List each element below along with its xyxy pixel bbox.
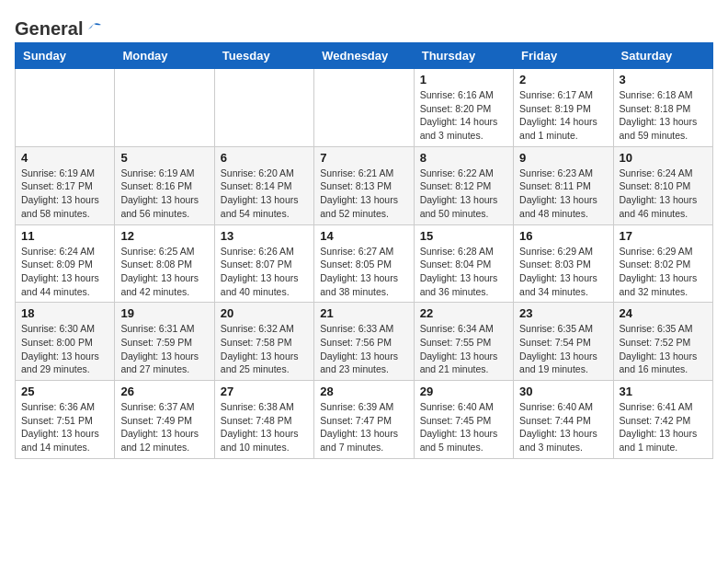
day-number: 25 xyxy=(21,385,108,398)
calendar-cell: 12Sunrise: 6:25 AM Sunset: 8:08 PM Dayli… xyxy=(115,224,214,303)
day-info: Sunrise: 6:24 AM Sunset: 8:10 PM Dayligh… xyxy=(620,167,707,221)
logo: General xyxy=(15,18,103,37)
day-number: 20 xyxy=(221,306,308,320)
day-info: Sunrise: 6:18 AM Sunset: 8:18 PM Dayligh… xyxy=(620,88,707,143)
calendar-cell: 24Sunrise: 6:35 AM Sunset: 7:52 PM Dayli… xyxy=(613,303,712,381)
day-info: Sunrise: 6:31 AM Sunset: 7:59 PM Dayligh… xyxy=(120,322,208,376)
calendar-cell: 10Sunrise: 6:24 AM Sunset: 8:10 PM Dayli… xyxy=(613,146,712,224)
day-info: Sunrise: 6:29 AM Sunset: 8:02 PM Dayligh… xyxy=(620,245,707,299)
day-header-wednesday: Wednesday xyxy=(314,43,414,69)
day-header-tuesday: Tuesday xyxy=(214,43,313,69)
calendar-cell: 20Sunrise: 6:32 AM Sunset: 7:58 PM Dayli… xyxy=(214,303,313,381)
day-number: 29 xyxy=(420,385,507,398)
day-header-thursday: Thursday xyxy=(414,43,513,69)
calendar-cell: 16Sunrise: 6:29 AM Sunset: 8:03 PM Dayli… xyxy=(514,224,613,303)
day-info: Sunrise: 6:40 AM Sunset: 7:44 PM Dayligh… xyxy=(519,400,607,454)
calendar-cell: 25Sunrise: 6:36 AM Sunset: 7:51 PM Dayli… xyxy=(16,381,115,459)
day-info: Sunrise: 6:19 AM Sunset: 8:16 PM Dayligh… xyxy=(120,167,208,221)
calendar-cell: 17Sunrise: 6:29 AM Sunset: 8:02 PM Dayli… xyxy=(613,224,712,303)
day-number: 9 xyxy=(519,151,607,165)
day-header-saturday: Saturday xyxy=(613,43,712,69)
header-section: General xyxy=(15,15,713,37)
calendar-cell: 6Sunrise: 6:20 AM Sunset: 8:14 PM Daylig… xyxy=(214,146,313,224)
calendar-cell: 27Sunrise: 6:38 AM Sunset: 7:48 PM Dayli… xyxy=(214,381,313,459)
day-number: 14 xyxy=(320,229,407,243)
day-number: 6 xyxy=(221,151,308,165)
day-header-sunday: Sunday xyxy=(16,43,115,69)
calendar-cell xyxy=(16,69,115,147)
day-header-monday: Monday xyxy=(115,43,214,69)
day-number: 10 xyxy=(620,151,707,165)
day-info: Sunrise: 6:38 AM Sunset: 7:48 PM Dayligh… xyxy=(221,400,308,454)
calendar-cell: 1Sunrise: 6:16 AM Sunset: 8:20 PM Daylig… xyxy=(414,69,513,147)
day-number: 23 xyxy=(519,306,607,320)
day-number: 13 xyxy=(221,229,308,243)
day-info: Sunrise: 6:21 AM Sunset: 8:13 PM Dayligh… xyxy=(320,167,407,221)
day-number: 24 xyxy=(620,306,707,320)
calendar-cell: 2Sunrise: 6:17 AM Sunset: 8:19 PM Daylig… xyxy=(514,69,613,147)
logo-general: General xyxy=(15,18,83,40)
day-info: Sunrise: 6:39 AM Sunset: 7:47 PM Dayligh… xyxy=(320,400,407,454)
calendar-cell: 28Sunrise: 6:39 AM Sunset: 7:47 PM Dayli… xyxy=(314,381,414,459)
day-number: 28 xyxy=(320,385,407,398)
calendar-cell xyxy=(115,69,214,147)
calendar-cell: 9Sunrise: 6:23 AM Sunset: 8:11 PM Daylig… xyxy=(514,146,613,224)
day-info: Sunrise: 6:40 AM Sunset: 7:45 PM Dayligh… xyxy=(420,400,507,454)
day-number: 7 xyxy=(320,151,407,165)
day-info: Sunrise: 6:37 AM Sunset: 7:49 PM Dayligh… xyxy=(120,400,208,454)
calendar-cell: 8Sunrise: 6:22 AM Sunset: 8:12 PM Daylig… xyxy=(414,146,513,224)
day-info: Sunrise: 6:20 AM Sunset: 8:14 PM Dayligh… xyxy=(221,167,308,221)
calendar-week-5: 25Sunrise: 6:36 AM Sunset: 7:51 PM Dayli… xyxy=(16,381,713,459)
day-info: Sunrise: 6:17 AM Sunset: 8:19 PM Dayligh… xyxy=(519,88,607,143)
day-info: Sunrise: 6:24 AM Sunset: 8:09 PM Dayligh… xyxy=(21,245,108,299)
day-header-friday: Friday xyxy=(514,43,613,69)
day-number: 8 xyxy=(420,151,507,165)
calendar-cell: 18Sunrise: 6:30 AM Sunset: 8:00 PM Dayli… xyxy=(16,303,115,381)
calendar-cell: 31Sunrise: 6:41 AM Sunset: 7:42 PM Dayli… xyxy=(613,381,712,459)
calendar-cell: 26Sunrise: 6:37 AM Sunset: 7:49 PM Dayli… xyxy=(115,381,214,459)
day-number: 26 xyxy=(120,385,208,398)
calendar-cell: 3Sunrise: 6:18 AM Sunset: 8:18 PM Daylig… xyxy=(613,69,712,147)
day-number: 4 xyxy=(21,151,108,165)
logo-bird-icon xyxy=(85,22,103,37)
day-info: Sunrise: 6:30 AM Sunset: 8:00 PM Dayligh… xyxy=(21,322,108,376)
calendar-cell: 29Sunrise: 6:40 AM Sunset: 7:45 PM Dayli… xyxy=(414,381,513,459)
day-info: Sunrise: 6:35 AM Sunset: 7:52 PM Dayligh… xyxy=(620,322,707,376)
calendar-cell: 13Sunrise: 6:26 AM Sunset: 8:07 PM Dayli… xyxy=(214,224,313,303)
day-number: 12 xyxy=(120,229,208,243)
calendar-cell: 11Sunrise: 6:24 AM Sunset: 8:09 PM Dayli… xyxy=(16,224,115,303)
calendar-header-row: SundayMondayTuesdayWednesdayThursdayFrid… xyxy=(16,43,713,69)
day-number: 27 xyxy=(221,385,308,398)
day-info: Sunrise: 6:33 AM Sunset: 7:56 PM Dayligh… xyxy=(320,322,407,376)
day-info: Sunrise: 6:25 AM Sunset: 8:08 PM Dayligh… xyxy=(120,245,208,299)
calendar-cell: 21Sunrise: 6:33 AM Sunset: 7:56 PM Dayli… xyxy=(314,303,414,381)
day-info: Sunrise: 6:34 AM Sunset: 7:55 PM Dayligh… xyxy=(420,322,507,376)
calendar-cell: 23Sunrise: 6:35 AM Sunset: 7:54 PM Dayli… xyxy=(514,303,613,381)
day-number: 16 xyxy=(519,229,607,243)
calendar-week-1: 1Sunrise: 6:16 AM Sunset: 8:20 PM Daylig… xyxy=(16,69,713,147)
day-info: Sunrise: 6:36 AM Sunset: 7:51 PM Dayligh… xyxy=(21,400,108,454)
day-number: 11 xyxy=(21,229,108,243)
calendar-week-2: 4Sunrise: 6:19 AM Sunset: 8:17 PM Daylig… xyxy=(16,146,713,224)
day-number: 31 xyxy=(620,385,707,398)
calendar-cell: 15Sunrise: 6:28 AM Sunset: 8:04 PM Dayli… xyxy=(414,224,513,303)
day-number: 5 xyxy=(120,151,208,165)
day-info: Sunrise: 6:19 AM Sunset: 8:17 PM Dayligh… xyxy=(21,167,108,221)
day-number: 30 xyxy=(519,385,607,398)
day-number: 1 xyxy=(420,73,507,86)
day-number: 21 xyxy=(320,306,407,320)
day-info: Sunrise: 6:23 AM Sunset: 8:11 PM Dayligh… xyxy=(519,167,607,221)
day-info: Sunrise: 6:16 AM Sunset: 8:20 PM Dayligh… xyxy=(420,88,507,143)
day-number: 2 xyxy=(519,73,607,86)
calendar-week-4: 18Sunrise: 6:30 AM Sunset: 8:00 PM Dayli… xyxy=(16,303,713,381)
calendar-cell: 7Sunrise: 6:21 AM Sunset: 8:13 PM Daylig… xyxy=(314,146,414,224)
calendar-cell: 30Sunrise: 6:40 AM Sunset: 7:44 PM Dayli… xyxy=(514,381,613,459)
day-info: Sunrise: 6:27 AM Sunset: 8:05 PM Dayligh… xyxy=(320,245,407,299)
day-number: 19 xyxy=(120,306,208,320)
calendar: SundayMondayTuesdayWednesdayThursdayFrid… xyxy=(15,42,713,459)
calendar-week-3: 11Sunrise: 6:24 AM Sunset: 8:09 PM Dayli… xyxy=(16,224,713,303)
day-number: 3 xyxy=(620,73,707,86)
day-number: 17 xyxy=(620,229,707,243)
day-info: Sunrise: 6:35 AM Sunset: 7:54 PM Dayligh… xyxy=(519,322,607,376)
day-info: Sunrise: 6:22 AM Sunset: 8:12 PM Dayligh… xyxy=(420,167,507,221)
